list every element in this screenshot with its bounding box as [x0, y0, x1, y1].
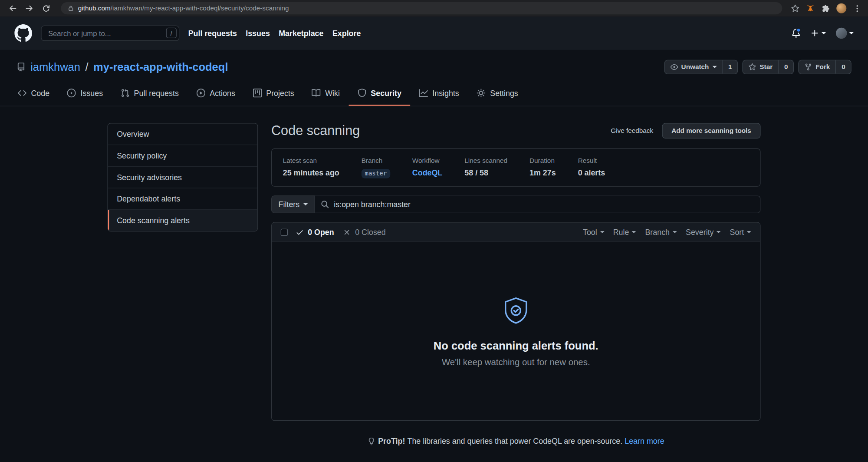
sidebar-item-dependabot-alerts[interactable]: Dependabot alerts — [108, 188, 257, 209]
check-icon — [296, 228, 304, 236]
extensions-puzzle-icon[interactable] — [822, 4, 830, 13]
address-bar[interactable]: github.com/iamkhwan/my-react-app-with-co… — [61, 2, 782, 14]
scan-summary-box: Latest scan 25 minutes ago Branch master… — [271, 148, 761, 187]
summary-latest-scan: Latest scan 25 minutes ago — [283, 157, 339, 178]
protip: ProTip!The libraries and queries that po… — [271, 436, 761, 445]
gear-icon — [477, 89, 486, 97]
star-button[interactable]: Star — [743, 60, 778, 74]
browser-profile-avatar[interactable] — [836, 3, 846, 13]
header-search: / — [41, 26, 179, 41]
tab-label: Projects — [266, 89, 294, 97]
shield-check-icon — [500, 295, 532, 327]
open-alerts-toggle[interactable]: 0 Open — [296, 228, 334, 236]
issue-opened-icon — [67, 89, 76, 97]
rule-dropdown[interactable]: Rule — [613, 228, 636, 236]
tab-settings[interactable]: Settings — [468, 82, 527, 106]
protip-label: ProTip! — [378, 436, 405, 445]
closed-alerts-toggle[interactable]: 0 Closed — [343, 228, 386, 236]
fork-button[interactable]: Fork — [799, 60, 835, 74]
star-button-group: Star 0 — [743, 60, 794, 74]
browser-toolbar: github.com/iamkhwan/my-react-app-with-co… — [0, 0, 868, 16]
sort-dropdown[interactable]: Sort — [730, 228, 751, 236]
dropdown-label: Rule — [613, 228, 629, 236]
nav-pull-requests[interactable]: Pull requests — [188, 29, 237, 37]
repo-header: iamkhwan / my-react-app-with-codeql Unwa… — [0, 50, 868, 82]
watch-count[interactable]: 1 — [722, 60, 737, 74]
severity-dropdown[interactable]: Severity — [686, 228, 721, 236]
sidebar-item-code-scanning-alerts[interactable]: Code scanning alerts — [108, 209, 257, 231]
page: github.com/iamkhwan/my-react-app-with-co… — [0, 0, 868, 462]
nav-marketplace[interactable]: Marketplace — [279, 29, 323, 37]
select-all-checkbox[interactable] — [281, 228, 288, 236]
chevron-down-icon — [672, 231, 677, 233]
dropdown-label: Branch — [645, 228, 670, 236]
tab-actions[interactable]: Actions — [187, 82, 244, 106]
sidebar-item-security-policy[interactable]: Security policy — [108, 145, 257, 166]
book-icon — [312, 89, 321, 97]
sidebar-item-security-advisories[interactable]: Security advisories — [108, 166, 257, 188]
tab-projects[interactable]: Projects — [244, 82, 303, 106]
tab-label: Wiki — [325, 89, 340, 97]
graph-icon — [419, 89, 428, 97]
tab-label: Settings — [490, 89, 518, 97]
tool-dropdown[interactable]: Tool — [583, 228, 604, 236]
branch-badge: master — [362, 169, 390, 178]
security-sidebar: Overview Security policy Security adviso… — [107, 123, 258, 231]
tab-issues[interactable]: Issues — [59, 82, 112, 106]
star-count[interactable]: 0 — [778, 60, 793, 74]
sidebar-item-overview[interactable]: Overview — [108, 123, 257, 144]
workflow-label: Workflow — [412, 157, 442, 165]
repo-icon — [16, 63, 25, 71]
user-menu-button[interactable] — [836, 28, 854, 39]
filter-bar: Filters — [271, 195, 761, 213]
workflow-link[interactable]: CodeQL — [412, 168, 442, 177]
browser-back-button[interactable] — [7, 2, 19, 14]
chevron-down-icon — [717, 231, 721, 233]
ssl-lock-icon — [68, 5, 74, 11]
repo-owner-link[interactable]: iamkhwan — [30, 61, 80, 73]
github-logo-icon[interactable] — [14, 24, 32, 42]
fork-icon — [805, 63, 812, 71]
browser-menu-kebab-icon[interactable] — [853, 4, 861, 13]
url-text: github.com/iamkhwan/my-react-app-with-co… — [78, 4, 289, 12]
tab-code[interactable]: Code — [9, 82, 58, 106]
duration-value: 1m 27s — [529, 168, 556, 177]
notifications-button[interactable] — [792, 29, 800, 37]
learn-more-link[interactable]: Learn more — [625, 436, 664, 445]
browser-forward-button[interactable] — [23, 2, 36, 14]
give-feedback-link[interactable]: Give feedback — [611, 127, 653, 135]
header-search-input[interactable] — [41, 26, 179, 41]
chevron-down-icon — [303, 203, 308, 205]
play-icon — [197, 89, 205, 97]
alerts-list-box: 0 Open 0 Closed Tool Rule Branch Severit… — [271, 222, 761, 421]
alert-search-field — [315, 195, 761, 213]
tab-pull-requests[interactable]: Pull requests — [112, 82, 188, 106]
nav-explore[interactable]: Explore — [332, 29, 361, 37]
watch-button-group: Unwatch 1 — [664, 60, 738, 74]
fork-count[interactable]: 0 — [835, 60, 851, 74]
repo-name-link[interactable]: my-react-app-with-codeql — [93, 61, 228, 73]
browser-reload-button[interactable] — [40, 2, 52, 14]
chevron-down-icon — [822, 32, 826, 34]
filters-dropdown-button[interactable]: Filters — [271, 195, 315, 213]
alert-search-input[interactable] — [334, 200, 754, 208]
branch-dropdown[interactable]: Branch — [645, 228, 677, 236]
tab-insights[interactable]: Insights — [410, 82, 468, 106]
dropdown-label: Tool — [583, 228, 597, 236]
chevron-down-icon — [849, 32, 854, 34]
dropdown-label: Sort — [730, 228, 744, 236]
add-scanning-tools-button[interactable]: Add more scanning tools — [662, 123, 760, 139]
nav-issues[interactable]: Issues — [246, 29, 270, 37]
bookmark-star-icon[interactable] — [791, 4, 799, 13]
unwatch-button[interactable]: Unwatch — [664, 60, 722, 74]
dropdown-label: Severity — [686, 228, 714, 236]
tab-wiki[interactable]: Wiki — [303, 82, 349, 106]
url-path: /iamkhwan/my-react-app-with-codeql/secur… — [111, 4, 289, 12]
tab-security[interactable]: Security — [349, 82, 410, 106]
chevron-down-icon — [600, 231, 604, 233]
create-new-button[interactable] — [810, 29, 826, 37]
summary-branch: Branch master — [362, 157, 390, 178]
extension-fox-icon[interactable] — [806, 4, 815, 13]
page-title: Code scanning — [271, 123, 360, 139]
plus-icon — [810, 29, 819, 37]
